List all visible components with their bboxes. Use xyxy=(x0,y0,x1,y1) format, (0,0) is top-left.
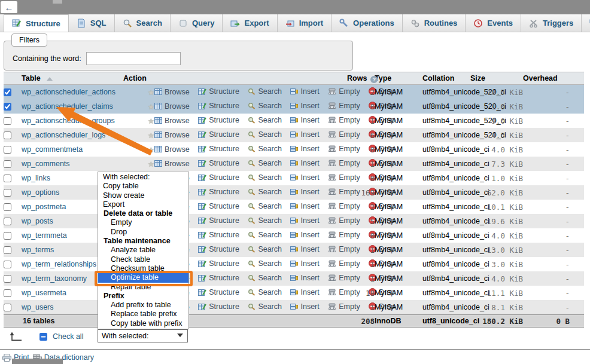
tab-events[interactable]: Events xyxy=(466,14,521,32)
tab-query[interactable]: Query xyxy=(171,14,223,32)
tab-import[interactable]: Import xyxy=(278,14,332,32)
empty-link[interactable]: Empty xyxy=(328,231,360,239)
empty-link[interactable]: Empty xyxy=(328,102,360,110)
insert-link[interactable]: Insert xyxy=(290,259,319,268)
empty-link[interactable]: Empty xyxy=(328,259,360,268)
insert-link[interactable]: Insert xyxy=(290,87,319,96)
favorite-star-icon[interactable]: ★ xyxy=(123,157,154,171)
column-header-table[interactable]: Table xyxy=(22,72,123,85)
structure-link[interactable]: Structure xyxy=(198,130,239,139)
tab-triggers[interactable]: Triggers xyxy=(521,14,582,32)
favorite-star-icon[interactable]: ★ xyxy=(123,114,154,128)
menu-item[interactable]: Show create xyxy=(98,191,188,200)
empty-link[interactable]: Empty xyxy=(328,216,360,225)
structure-link[interactable]: Structure xyxy=(198,231,239,239)
structure-link[interactable]: Structure xyxy=(198,245,239,253)
insert-link[interactable]: Insert xyxy=(290,159,319,167)
row-checkbox[interactable] xyxy=(4,189,11,197)
insert-link[interactable]: Insert xyxy=(290,102,319,110)
insert-link[interactable]: Insert xyxy=(290,202,319,210)
menu-item[interactable]: Analyze table xyxy=(98,246,188,255)
search-link[interactable]: Search xyxy=(248,159,282,167)
insert-link[interactable]: Insert xyxy=(290,145,319,153)
empty-link[interactable]: Empty xyxy=(328,288,360,296)
menu-item[interactable]: Prefix xyxy=(98,292,188,301)
search-link[interactable]: Search xyxy=(248,259,282,268)
structure-link[interactable]: Structure xyxy=(198,202,239,210)
menu-item[interactable]: Delete data or table xyxy=(98,209,188,218)
table-name-link[interactable]: wp_users xyxy=(22,303,54,311)
table-name-link[interactable]: wp_postmeta xyxy=(22,203,66,211)
browse-link[interactable]: Browse xyxy=(154,160,190,168)
column-header-overhead[interactable]: Overhead xyxy=(523,72,570,85)
column-header-type[interactable]: Type xyxy=(375,72,422,85)
menu-item[interactable]: Check table xyxy=(98,255,188,264)
structure-link[interactable]: Structure xyxy=(198,159,239,167)
column-header-collation[interactable]: Collation xyxy=(422,72,470,85)
structure-link[interactable]: Structure xyxy=(198,274,239,282)
search-link[interactable]: Search xyxy=(248,102,282,110)
row-checkbox[interactable] xyxy=(4,261,11,268)
row-checkbox[interactable] xyxy=(4,175,11,182)
search-link[interactable]: Search xyxy=(248,274,282,282)
empty-link[interactable]: Empty xyxy=(328,245,360,253)
structure-link[interactable]: Structure xyxy=(198,145,239,153)
insert-link[interactable]: Insert xyxy=(290,173,319,182)
search-link[interactable]: Search xyxy=(248,288,282,296)
row-checkbox[interactable] xyxy=(4,304,11,311)
row-checkbox[interactable] xyxy=(4,203,11,211)
menu-item[interactable]: Repair table xyxy=(98,283,188,292)
browse-link[interactable]: Browse xyxy=(154,88,190,96)
row-checkbox[interactable] xyxy=(4,289,11,297)
row-checkbox[interactable] xyxy=(4,232,11,240)
table-name-link[interactable]: wp_actionscheduler_claims xyxy=(22,102,113,111)
browse-link[interactable]: Browse xyxy=(154,102,190,111)
favorite-star-icon[interactable]: ★ xyxy=(123,142,154,157)
search-link[interactable]: Search xyxy=(248,231,282,239)
menu-item[interactable]: With selected: xyxy=(98,173,188,182)
empty-link[interactable]: Empty xyxy=(328,116,360,124)
menu-item[interactable]: Replace table prefix xyxy=(98,310,188,319)
row-checkbox[interactable] xyxy=(4,246,11,254)
insert-link[interactable]: Insert xyxy=(290,130,319,139)
empty-link[interactable]: Empty xyxy=(328,87,360,96)
favorite-star-icon[interactable]: ★ xyxy=(123,85,154,100)
row-checkbox[interactable] xyxy=(4,103,11,111)
table-name-link[interactable]: wp_terms xyxy=(22,246,54,254)
row-checkbox[interactable] xyxy=(4,131,11,139)
table-name-link[interactable]: wp_links xyxy=(22,174,50,182)
menu-item[interactable]: Empty xyxy=(98,218,188,227)
search-link[interactable]: Search xyxy=(248,302,282,311)
check-all-label[interactable]: Check all xyxy=(53,332,83,341)
insert-link[interactable]: Insert xyxy=(290,245,319,253)
table-name-link[interactable]: wp_options xyxy=(22,188,59,197)
with-selected-select[interactable]: With selected: xyxy=(98,329,188,342)
column-header-size[interactable]: Size xyxy=(470,72,523,85)
structure-link[interactable]: Structure xyxy=(198,302,239,311)
empty-link[interactable]: Empty xyxy=(328,130,360,139)
menu-item[interactable]: Copy table with prefix xyxy=(98,319,188,328)
table-name-link[interactable]: wp_actionscheduler_actions xyxy=(22,88,115,96)
structure-link[interactable]: Structure xyxy=(198,87,239,96)
help-icon[interactable]: ? xyxy=(370,76,378,83)
tab-sql[interactable]: SQL xyxy=(69,14,115,32)
empty-link[interactable]: Empty xyxy=(328,159,360,167)
favorite-star-icon[interactable]: ★ xyxy=(123,99,154,114)
insert-link[interactable]: Insert xyxy=(290,231,319,239)
menu-item[interactable]: Copy table xyxy=(98,182,188,191)
table-name-link[interactable]: wp_usermeta xyxy=(22,289,66,297)
empty-link[interactable]: Empty xyxy=(328,202,360,210)
table-name-link[interactable]: wp_term_relationships xyxy=(22,260,96,268)
tab-export[interactable]: Export xyxy=(223,14,277,32)
row-checkbox[interactable] xyxy=(4,88,11,96)
back-arrow-icon[interactable]: ← xyxy=(1,1,17,13)
insert-link[interactable]: Insert xyxy=(290,188,319,196)
tab-search[interactable]: Search xyxy=(115,14,171,32)
row-checkbox[interactable] xyxy=(4,160,11,168)
insert-link[interactable]: Insert xyxy=(290,302,319,311)
structure-link[interactable]: Structure xyxy=(198,188,239,196)
empty-link[interactable]: Empty xyxy=(328,145,360,153)
structure-link[interactable]: Structure xyxy=(198,288,239,296)
row-checkbox[interactable] xyxy=(4,117,11,125)
insert-link[interactable]: Insert xyxy=(290,274,319,282)
